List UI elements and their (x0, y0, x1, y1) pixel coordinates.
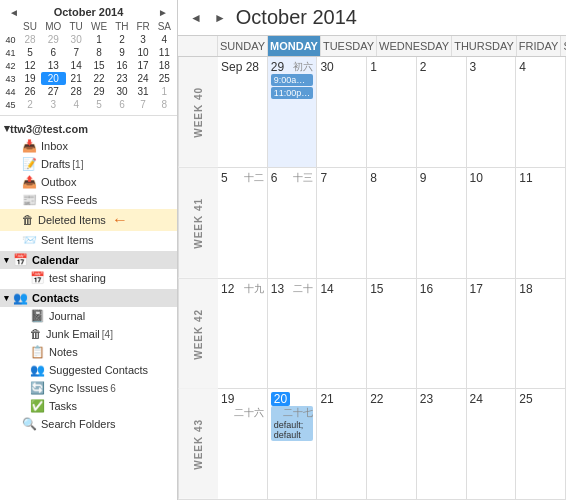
mini-cal-day[interactable]: 31 (133, 85, 154, 98)
mini-cal-day[interactable]: 28 (19, 33, 41, 46)
cal-prev-btn[interactable]: ◄ (188, 11, 204, 25)
folder-item-sent[interactable]: 📨Sent Items (0, 231, 177, 249)
calendar-day-cell[interactable]: 29初六9:00am My Test 1- Sending Updates; M… (268, 57, 318, 167)
calendar-event[interactable]: 9:00am My Test 1- Sending Updates; My Te… (271, 74, 314, 86)
folder-item-suggested[interactable]: 👥Suggested Contacts (0, 361, 177, 379)
mini-cal-day[interactable]: 4 (66, 98, 87, 111)
mini-cal-day[interactable]: 19 (19, 72, 41, 85)
calendar-day-cell[interactable]: 18 (516, 279, 566, 389)
mini-cal-day[interactable]: 5 (19, 46, 41, 59)
mini-cal-day[interactable]: 8 (154, 98, 175, 111)
folder-item-outbox[interactable]: 📤Outbox (0, 173, 177, 191)
mini-cal-day[interactable]: 25 (154, 72, 175, 85)
mini-cal-day[interactable]: 15 (87, 59, 112, 72)
mini-cal-day[interactable]: 3 (41, 98, 66, 111)
calendar-day-cell[interactable]: 12十九 (218, 279, 268, 389)
mini-cal-day[interactable]: 7 (133, 98, 154, 111)
calendar-day-cell[interactable]: 19二十六 (218, 389, 268, 499)
mini-cal-day[interactable]: 14 (66, 59, 87, 72)
calendar-day-cell[interactable]: 6十三 (268, 168, 318, 278)
folder-item-sync[interactable]: 🔄Sync Issues6 (0, 379, 177, 397)
mini-cal-day[interactable]: 10 (133, 46, 154, 59)
calendar-day-cell[interactable]: 9 (417, 168, 467, 278)
folder-item-tasks[interactable]: ✅Tasks (0, 397, 177, 415)
week-row: WEEK 415十二6十三7891011 (178, 168, 566, 279)
calendar-day-cell[interactable]: 11 (516, 168, 566, 278)
day-header-tuesday: TUESDAY (321, 36, 377, 56)
calendar-day-cell[interactable]: 25 (516, 389, 566, 499)
account-header[interactable]: ▾ ttw3@test.com (0, 120, 177, 137)
mini-cal-day[interactable]: 17 (133, 59, 154, 72)
folder-badge-drafts: [1] (72, 159, 83, 170)
section-header-calendar[interactable]: ▾📅Calendar (0, 251, 177, 269)
mini-cal-day[interactable]: 9 (111, 46, 132, 59)
calendar-day-cell[interactable]: 4 (516, 57, 566, 167)
search-folders-item[interactable]: 🔍 Search Folders (0, 415, 177, 433)
cal-next-btn[interactable]: ► (212, 11, 228, 25)
calendar-day-cell[interactable]: 14 (317, 279, 367, 389)
mini-cal-day[interactable]: 30 (111, 85, 132, 98)
mini-cal-day[interactable]: 3 (133, 33, 154, 46)
folder-item-deleted[interactable]: 🗑Deleted Items← (0, 209, 177, 231)
mini-cal-day[interactable]: 27 (41, 85, 66, 98)
mini-cal-day[interactable]: 1 (87, 33, 112, 46)
mini-cal-day[interactable]: 29 (41, 33, 66, 46)
calendar-day-cell[interactable]: 15 (367, 279, 417, 389)
folder-item-junk[interactable]: 🗑Junk Email[4] (0, 325, 177, 343)
mini-cal-day[interactable]: 1 (154, 85, 175, 98)
mini-cal-day[interactable]: 18 (154, 59, 175, 72)
folder-item-test-sharing[interactable]: 📅test sharing (0, 269, 177, 287)
folder-item-notes[interactable]: 📋Notes (0, 343, 177, 361)
weeks-container: WEEK 40Sep 2829初六9:00am My Test 1- Sendi… (178, 57, 566, 500)
mini-cal-day[interactable]: 24 (133, 72, 154, 85)
calendar-day-cell[interactable]: 20二十七default; default (268, 389, 318, 499)
calendar-day-cell[interactable]: Sep 28 (218, 57, 268, 167)
calendar-day-cell[interactable]: 24 (467, 389, 517, 499)
folder-item-inbox[interactable]: 📥Inbox (0, 137, 177, 155)
calendar-day-cell[interactable]: 7 (317, 168, 367, 278)
mini-cal-day[interactable]: 4 (154, 33, 175, 46)
mini-cal-day[interactable]: 26 (19, 85, 41, 98)
mini-cal-day[interactable]: 11 (154, 46, 175, 59)
calendar-day-cell[interactable]: 8 (367, 168, 417, 278)
mini-cal-day[interactable]: 6 (111, 98, 132, 111)
mini-cal-day[interactable]: 6 (41, 46, 66, 59)
mini-cal-day[interactable]: 8 (87, 46, 112, 59)
mini-cal-day[interactable]: 13 (41, 59, 66, 72)
folder-item-journal[interactable]: 📓Journal (0, 307, 177, 325)
calendar-day-cell[interactable]: 1 (367, 57, 417, 167)
calendar-day-cell[interactable]: 30 (317, 57, 367, 167)
mini-cal-day[interactable]: 7 (66, 46, 87, 59)
mini-cal-day[interactable]: 16 (111, 59, 132, 72)
calendar-day-cell[interactable]: 2 (417, 57, 467, 167)
calendar-day-cell[interactable]: 13二十 (268, 279, 318, 389)
calendar-day-cell[interactable]: 10 (467, 168, 517, 278)
day-header-monday: MONDAY (268, 36, 321, 56)
folder-item-rss[interactable]: 📰RSS Feeds (0, 191, 177, 209)
calendar-day-cell[interactable]: 5十二 (218, 168, 268, 278)
mini-cal-day[interactable]: 21 (66, 72, 87, 85)
calendar-day-cell[interactable]: 16 (417, 279, 467, 389)
mini-cal-day[interactable]: 28 (66, 85, 87, 98)
mini-cal-day[interactable]: 30 (66, 33, 87, 46)
calendar-day-cell[interactable]: 22 (367, 389, 417, 499)
mini-cal-day[interactable]: 5 (87, 98, 112, 111)
folder-item-drafts[interactable]: 📝Drafts[1] (0, 155, 177, 173)
mini-cal-next[interactable]: ► (155, 7, 171, 18)
mini-cal-prev[interactable]: ◄ (6, 7, 22, 18)
mini-cal-day[interactable]: 2 (19, 98, 41, 111)
search-folders-icon: 🔍 (22, 417, 37, 431)
calendar-day-cell[interactable]: 17 (467, 279, 517, 389)
mini-cal-day[interactable]: 29 (87, 85, 112, 98)
calendar-event[interactable]: 11:00pm My test - Sending Updates 2; My … (271, 87, 314, 99)
mini-cal-day[interactable]: 22 (87, 72, 112, 85)
calendar-day-cell[interactable]: 23 (417, 389, 467, 499)
folder-icon-deleted: 🗑 (22, 213, 34, 227)
mini-cal-day[interactable]: 20 (41, 72, 66, 85)
mini-cal-day[interactable]: 2 (111, 33, 132, 46)
section-header-contacts[interactable]: ▾👥Contacts (0, 289, 177, 307)
calendar-day-cell[interactable]: 21 (317, 389, 367, 499)
mini-cal-day[interactable]: 23 (111, 72, 132, 85)
mini-cal-day[interactable]: 12 (19, 59, 41, 72)
calendar-day-cell[interactable]: 3 (467, 57, 517, 167)
